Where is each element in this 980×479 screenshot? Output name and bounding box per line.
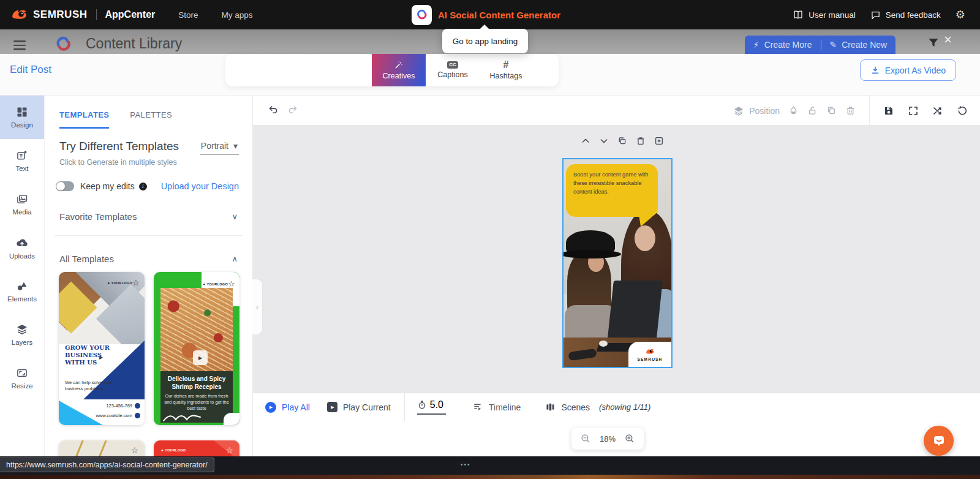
keep-my-edits-toggle[interactable] <box>56 181 74 191</box>
delete-scene-icon[interactable] <box>636 136 646 146</box>
zoom-level[interactable]: 18% <box>600 434 616 443</box>
close-icon[interactable]: × <box>944 33 952 47</box>
zoom-out-icon[interactable] <box>580 433 591 444</box>
sidebar-item-resize[interactable]: Resize <box>0 356 44 400</box>
template-card-red[interactable]: ● YOURLOGO ☆ <box>154 440 239 457</box>
orientation-dropdown[interactable]: Portrait ▾ <box>200 140 239 155</box>
add-scene-icon[interactable] <box>654 136 664 146</box>
undo-icon[interactable] <box>268 104 279 116</box>
position-layers-icon[interactable] <box>733 105 744 116</box>
hamburger-icon[interactable] <box>13 40 26 53</box>
user-manual-button[interactable]: User manual <box>793 9 856 20</box>
timeline-icon <box>473 402 483 412</box>
chat-widget-button[interactable] <box>924 426 954 456</box>
fullscreen-icon[interactable] <box>908 105 919 116</box>
tab-palettes[interactable]: PALETTES <box>130 110 172 129</box>
toggle-knob <box>56 182 65 190</box>
shuffle-icon[interactable] <box>932 105 943 116</box>
playback-bar: ▶ Play All ▶ Play Current 5.0 Timelin <box>253 393 980 421</box>
play-current-icon: ▶ <box>327 402 337 412</box>
upload-your-design-link[interactable]: Upload your Design <box>161 181 239 191</box>
app-title-button[interactable]: AI Social Content Generator <box>412 0 560 29</box>
sidebar-item-elements[interactable]: Elements <box>0 270 44 313</box>
website-row: www.coolsite.com <box>96 413 140 418</box>
templates-heading[interactable]: Try Different Templates <box>59 140 179 153</box>
all-templates-accordion[interactable]: All Templates ∧ <box>45 249 252 268</box>
sidebar-item-layers[interactable]: Layers <box>0 313 44 356</box>
sidebar-item-media[interactable]: Media <box>0 183 44 226</box>
timeline-button[interactable]: Timeline <box>473 402 521 412</box>
sidebar-label: Design <box>11 121 33 129</box>
create-buttons[interactable]: ⚡ Create More ✎ Create New <box>745 36 895 54</box>
template-card-jewelry[interactable]: ☆ <box>59 440 145 457</box>
duplicate-scene-icon[interactable] <box>617 136 627 146</box>
duration-input[interactable]: 5.0 <box>417 399 446 415</box>
your-logo-text: YOURLOGO <box>165 448 186 452</box>
send-feedback-label: Send feedback <box>886 10 941 20</box>
speech-bubble[interactable]: Boost your content game with these irres… <box>566 164 658 217</box>
nav-my-apps[interactable]: My apps <box>222 10 253 20</box>
redo-icon[interactable] <box>287 104 298 116</box>
template-card-food[interactable]: ● YOURLOGO ☆ ▶ Delicious and Spicy Shrim… <box>154 272 239 425</box>
duplicate-icon[interactable] <box>826 105 837 116</box>
your-logo-text: YOURLOGO <box>111 281 132 285</box>
play-overlay-icon: ▶ <box>193 350 208 365</box>
upload-cloud-icon <box>15 236 29 249</box>
move-up-icon[interactable] <box>581 136 590 146</box>
nav-store[interactable]: Store <box>178 10 198 20</box>
app-title: AI Social Content Generator <box>438 10 560 20</box>
your-logo-badge: ● YOURLOGO ☆ <box>108 278 140 287</box>
scenes-filmstrip-icon <box>545 402 556 412</box>
edit-post-link[interactable]: Edit Post <box>10 64 51 76</box>
templates-subheading: Click to Generate in multiple styles <box>45 155 252 167</box>
gear-icon[interactable]: ⚙ <box>956 8 965 21</box>
export-as-video-button[interactable]: Export As Video <box>860 59 956 81</box>
template-title: Delicious and Spicy Shrimp Recepies <box>164 375 229 391</box>
canvas-body[interactable]: Boost your content game with these irres… <box>253 126 980 393</box>
trash-icon[interactable] <box>845 105 856 116</box>
chat-icon <box>932 434 946 448</box>
app-logo-icon <box>412 5 432 25</box>
tab-templates[interactable]: TEMPLATES <box>59 110 109 129</box>
post-preview[interactable]: Boost your content game with these irres… <box>562 158 673 368</box>
ellipsis-icon[interactable]: ••• <box>461 461 471 468</box>
filter-funnel-icon[interactable] <box>927 37 940 49</box>
move-down-icon[interactable] <box>599 136 609 146</box>
tab-hashtags-label: Hashtags <box>490 72 522 80</box>
zoom-in-icon[interactable] <box>624 433 635 444</box>
play-all-label: Play All <box>282 402 310 412</box>
color-droplet-icon[interactable] <box>788 105 799 116</box>
unlock-icon[interactable] <box>807 105 818 116</box>
history-controls <box>268 104 298 116</box>
keep-edits-row: Keep my edits i Upload your Design <box>45 167 252 191</box>
timeline-label: Timeline <box>489 402 521 412</box>
scenes-button[interactable]: Scenes (showing 1/11) <box>545 402 650 412</box>
panel-collapse-handle[interactable]: ‹ <box>252 279 263 335</box>
play-current-button[interactable]: ▶ Play Current <box>327 402 391 412</box>
template-body: We can help solve your business problems… <box>65 380 115 392</box>
save-icon[interactable] <box>883 105 894 116</box>
tab-captions[interactable]: CC Captions <box>429 54 477 86</box>
play-all-button[interactable]: ▶ Play All <box>265 402 310 413</box>
tab-hashtags[interactable]: # Hashtags <box>480 54 532 86</box>
template-card-business[interactable]: ● YOURLOGO ☆ ▶ GROW YOUR BUSINESS WITH U… <box>59 272 145 425</box>
tooltip-text: Go to app landing <box>453 37 518 46</box>
sidebar-item-text[interactable]: Text <box>0 139 44 183</box>
favorite-templates-accordion[interactable]: Favorite Templates ∨ <box>45 207 252 225</box>
bubble-text: Boost your content game with these irres… <box>566 164 658 203</box>
stopwatch-icon <box>417 400 427 410</box>
toolbar-divider <box>869 96 870 126</box>
tab-creatives[interactable]: Creatives <box>372 54 426 86</box>
info-icon[interactable]: i <box>139 183 147 190</box>
layers-icon <box>16 323 28 336</box>
reset-icon[interactable] <box>957 105 968 116</box>
create-new-label[interactable]: Create New <box>842 40 887 50</box>
position-label[interactable]: Position <box>749 106 780 116</box>
send-feedback-button[interactable]: Send feedback <box>870 10 941 20</box>
create-more-label[interactable]: Create More <box>764 40 812 50</box>
lightning-icon: ⚡ <box>753 40 760 50</box>
sidebar-item-uploads[interactable]: Uploads <box>0 226 44 270</box>
sidebar-item-design[interactable]: Design <box>0 96 44 139</box>
status-url-text: https://www.semrush.com/apps/ai-social-c… <box>6 461 208 469</box>
suite-name[interactable]: AppCenter <box>105 9 156 20</box>
